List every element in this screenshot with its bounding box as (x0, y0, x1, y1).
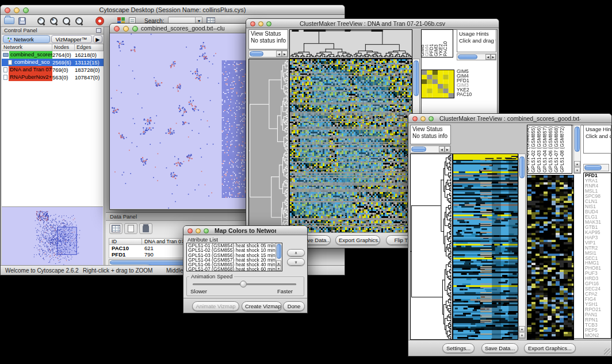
tv1-correlation-matrix[interactable] (421, 70, 454, 98)
scroll-down-icon[interactable]: ▼ (574, 167, 580, 173)
scroll-up-icon[interactable]: ▲ (276, 260, 281, 266)
tv1-status-hscroll[interactable]: ◀ ▶ (248, 50, 288, 58)
treeview2-window: ClusterMaker TreeView : combined_scores_… (408, 113, 612, 357)
row-label: PAC10 (457, 92, 496, 97)
minimize-icon[interactable] (123, 26, 129, 32)
tv2-status-hscroll[interactable]: ◀ ▶ (410, 145, 451, 153)
minimize-icon[interactable] (196, 228, 201, 233)
dialog-titlebar[interactable]: Map Colors to Network (183, 226, 307, 235)
network-row[interactable]: DNA and Tran 07769(0)183728(0) (2, 66, 104, 74)
scroll-left-icon[interactable]: ◀ (485, 54, 491, 60)
delete-attribute-button[interactable] (139, 223, 152, 234)
minimize-icon[interactable] (14, 7, 20, 13)
tv2-usage-hints: Usage HintsClick and drag (583, 125, 611, 154)
status-mid: Right-click + drag to ZOOM (83, 267, 152, 274)
close-icon[interactable] (250, 21, 255, 26)
move-up-button[interactable]: ∧ (287, 249, 305, 256)
zoom-out-icon[interactable]: − (37, 17, 45, 25)
new-attribute-button[interactable] (124, 223, 137, 234)
network-row[interactable]: combined_scores2764(0)16218(0) (2, 51, 104, 59)
trash-icon (143, 225, 149, 232)
dialog-footer: Animate VizmapCreate VizmapDone (183, 298, 307, 313)
done-button[interactable]: Done (283, 301, 305, 311)
tv2-view-status: View StatusNo status info (410, 125, 451, 144)
move-down-button[interactable]: ∨ (287, 258, 305, 266)
minimize-icon[interactable] (420, 116, 426, 121)
network-view-title: combined_scores_good.txt--cluste... (141, 25, 224, 32)
float-panel-icon[interactable] (96, 28, 101, 33)
main-window-title: Cytoscape Desktop (Session Name: collins… (32, 6, 313, 13)
zoom-fit-icon[interactable]: ▫ (75, 17, 83, 25)
save-icon[interactable] (18, 17, 26, 25)
scroll-down-icon[interactable]: ▼ (276, 266, 281, 271)
zoom-in-icon[interactable]: + (49, 17, 58, 25)
control-panel: Control Panel Network VizMapper™ ▶ Netwo… (2, 27, 104, 265)
scroll-down-icon[interactable]: ▼ (519, 332, 525, 338)
dialog-title: Map Colors to Network (215, 227, 276, 234)
tv1-hints-hscroll[interactable]: ◀ ▶ (457, 53, 496, 60)
scroll-right-icon[interactable]: ▶ (445, 146, 450, 152)
col-label: GPL51-02 (GSM855) (531, 127, 536, 173)
export-graphics-button[interactable]: Export Graphics... (335, 235, 380, 245)
tv2-row-dendrogram[interactable] (410, 154, 453, 340)
col-label: GPL51-08 (GSM872) (560, 127, 565, 173)
close-icon[interactable] (114, 26, 120, 32)
animate-vizmap-button[interactable]: Animate Vizmap (192, 301, 239, 311)
tv2-hints-hscroll[interactable] (583, 164, 609, 171)
map-colors-dialog: Map Colors to Network Attribute List GPL… (183, 225, 308, 313)
main-titlebar[interactable]: Cytoscape Desktop (Session Name: collins… (1, 5, 345, 15)
settings-button[interactable]: Settings... (442, 343, 475, 353)
network-row[interactable]: RNAPuberNov2+I563(0)107847(0) (2, 74, 104, 81)
tv1-column-dendrogram[interactable] (289, 29, 412, 59)
help-lifering-icon[interactable] (95, 17, 104, 25)
attribute-list-vscroll[interactable]: ▲ ▼ (276, 243, 282, 271)
attribute-table-button[interactable] (109, 223, 123, 234)
zoom-window-icon[interactable] (266, 21, 271, 26)
network-overview-thumbnail[interactable] (2, 206, 103, 268)
attribute-item[interactable]: GPL51-07 (GSM868) heat shock 60 min (187, 267, 282, 271)
gene-label[interactable]: MON2 (584, 333, 611, 338)
treeview2-titlebar[interactable]: ClusterMaker TreeView : combined_scores_… (408, 114, 611, 123)
tv1-row-labels: GIM5GIM4PFD1GIM3YKE2PAC10 (457, 69, 496, 99)
zoom-window-icon[interactable] (429, 116, 434, 121)
tv1-heatmap[interactable] (289, 59, 412, 233)
save-data-button[interactable]: Save Data... (481, 343, 518, 353)
scroll-right-icon[interactable]: ▶ (491, 54, 496, 60)
tv2-vscroll[interactable]: ▲ ▼ (518, 154, 526, 339)
tv1-view-status: View StatusNo status info f (248, 29, 288, 49)
tv2-labels-vscroll[interactable]: ▲ ▼ (573, 125, 581, 174)
tab-network[interactable]: Network (3, 35, 50, 43)
tv1-row-dendrogram[interactable] (248, 59, 289, 233)
tab-vizmapper[interactable]: VizMapper™ (51, 35, 92, 43)
doc-icon (3, 75, 7, 80)
zoom-window-icon[interactable] (23, 7, 29, 13)
scroll-right-icon[interactable]: ▶ (282, 51, 288, 57)
tv2-heatmap[interactable] (453, 154, 518, 340)
scroll-up-icon[interactable]: ▲ (574, 161, 580, 167)
speed-slider-thumb[interactable] (240, 281, 247, 288)
minimize-icon[interactable] (258, 21, 263, 26)
control-panel-header: Control Panel (2, 27, 104, 35)
close-icon[interactable] (412, 116, 418, 121)
close-icon[interactable] (188, 228, 193, 233)
resize-grip[interactable] (604, 348, 611, 355)
create-vizmap-button[interactable]: Create Vizmap (242, 301, 282, 311)
tv2-zoom-heatmap[interactable] (527, 175, 574, 340)
treeview1-titlebar[interactable]: ClusterMaker TreeView : DNA and Tran 07-… (246, 19, 499, 28)
scroll-left-icon[interactable]: ◀ (439, 146, 445, 152)
tab-more-button[interactable]: ▶ (93, 35, 102, 43)
close-icon[interactable] (5, 7, 10, 13)
doc-icon (8, 60, 12, 65)
scroll-up-icon[interactable]: ▲ (519, 326, 525, 332)
zoom-window-icon[interactable] (132, 26, 138, 32)
open-file-icon[interactable] (4, 17, 14, 24)
control-panel-tabs: Network VizMapper™ ▶ (2, 35, 104, 44)
network-canvas[interactable] (110, 33, 255, 209)
network-view-titlebar[interactable]: combined_scores_good.txt--cluste... (110, 24, 255, 33)
network-row[interactable]: combined_sco2569(6)13112(15) (2, 59, 104, 66)
zoom-window-icon[interactable] (204, 228, 209, 233)
scroll-left-icon[interactable]: ◀ (276, 51, 282, 57)
zoom-selected-icon[interactable] (62, 17, 71, 25)
export-graphics-button[interactable]: Export Graphics... (524, 343, 576, 353)
tv1-usage-hints: Usage HintsClick and drag to (457, 29, 496, 52)
